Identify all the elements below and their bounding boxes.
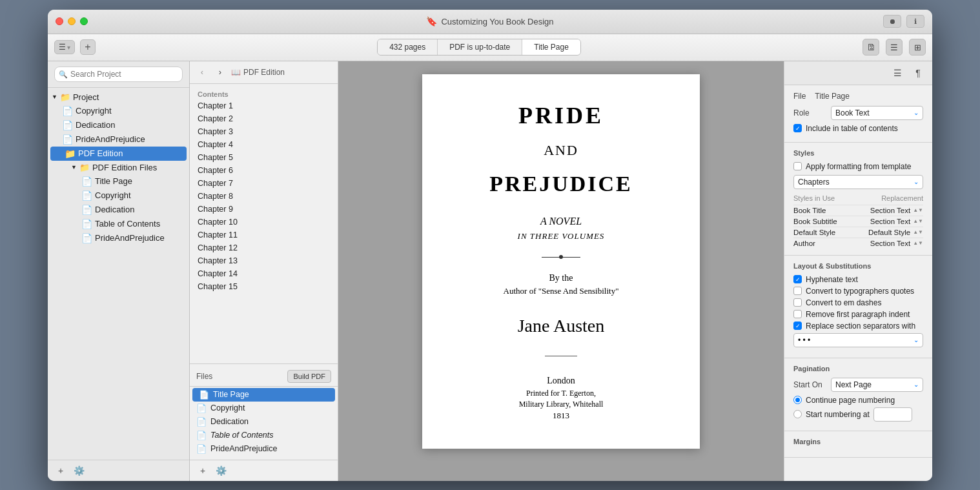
- role-select[interactable]: Book Text ⌄: [831, 106, 923, 120]
- typo-quotes-checkbox[interactable]: [793, 287, 802, 295]
- include-toc-row: ✓ Include in table of contents: [793, 124, 923, 133]
- toc-chapter-14[interactable]: Chapter 14: [190, 267, 338, 280]
- stepper-icon[interactable]: ▲▼: [913, 208, 923, 213]
- section-sep-checkbox[interactable]: ✓: [793, 322, 802, 330]
- template-row: Chapters ⌄: [793, 175, 923, 189]
- file-item-toc[interactable]: 📄 Table of Contents: [190, 429, 338, 442]
- stepper-icon[interactable]: ▲▼: [913, 219, 923, 224]
- add-item-button[interactable]: +: [54, 464, 67, 477]
- sidebar-item-dedication[interactable]: 📄 Dedication: [48, 118, 189, 132]
- search-input[interactable]: [54, 66, 183, 82]
- sidebar-item-copyright[interactable]: 📄 Copyright: [48, 104, 189, 118]
- separator-input-row: • • • ⌄: [793, 333, 923, 347]
- margins-title: Margins: [793, 438, 923, 445]
- em-dashes-checkbox[interactable]: [793, 298, 802, 307]
- sidebar-item-pride-file[interactable]: 📄 PrideAndPrejudice: [48, 231, 189, 245]
- style-name: Book Title: [793, 207, 859, 214]
- main-area: 🔍 ▼ 📁 Project 📄 Copyright 📄 Dedication: [48, 61, 932, 481]
- start-numbering-radio[interactable]: [793, 410, 802, 418]
- stepper-icon[interactable]: ▲▼: [913, 241, 923, 246]
- typo-quotes-label: Convert to typographers quotes: [806, 287, 914, 296]
- build-pdf-button[interactable]: Build PDF: [287, 370, 331, 383]
- search-icon: 🔍: [59, 70, 68, 78]
- include-toc-checkbox[interactable]: ✓: [793, 124, 802, 132]
- nav-forward-button[interactable]: ›: [213, 65, 227, 79]
- sidebar-item-pdf-edition[interactable]: 📁 PDF Edition: [50, 147, 187, 161]
- doc-byline: By the: [489, 273, 633, 283]
- template-select[interactable]: Chapters ⌄: [793, 175, 923, 189]
- sidebar-item-label: Project: [73, 92, 99, 102]
- files-list: 📄 Title Page 📄 Copyright 📄 Dedication 📄 …: [190, 387, 338, 457]
- toc-chapter-12[interactable]: Chapter 12: [190, 241, 338, 254]
- right-panel: ☰ ¶ File Title Page Role Book Text ⌄ ✓: [784, 61, 932, 481]
- toc-chapter-8[interactable]: Chapter 8: [190, 190, 338, 203]
- file-item-dedication[interactable]: 📄 Dedication: [190, 415, 338, 429]
- toc-chapter-11[interactable]: Chapter 11: [190, 229, 338, 241]
- continue-numbering-radio[interactable]: [793, 396, 802, 404]
- add-file-button[interactable]: +: [196, 464, 209, 477]
- typo-quotes-row: Convert to typographers quotes: [793, 287, 923, 296]
- add-document-button[interactable]: +: [80, 39, 96, 55]
- apply-formatting-checkbox[interactable]: [793, 162, 802, 170]
- sidebar-item-toc[interactable]: 📄 Table of Contents: [48, 217, 189, 231]
- nav-back-button[interactable]: ‹: [195, 65, 209, 79]
- right-panel-toolbar: ☰ ¶: [784, 61, 932, 85]
- toc-chapter-7[interactable]: Chapter 7: [190, 177, 338, 190]
- paragraph-icon[interactable]: ¶: [910, 65, 926, 81]
- file-settings-button[interactable]: ⚙️: [214, 464, 227, 477]
- start-on-select[interactable]: Next Page ⌄: [831, 378, 923, 392]
- sidebar-item-project[interactable]: ▼ 📁 Project: [48, 90, 189, 104]
- toc-chapter-1[interactable]: Chapter 1: [190, 99, 338, 112]
- styles-title: Styles: [793, 149, 923, 157]
- info-button[interactable]: ℹ: [906, 15, 924, 28]
- view-grid-icon[interactable]: ⊞: [909, 39, 926, 56]
- file-item-copyright[interactable]: 📄 Copyright: [190, 402, 338, 415]
- close-button[interactable]: [56, 17, 63, 25]
- toc-chapter-2[interactable]: Chapter 2: [190, 112, 338, 125]
- hyphenate-checkbox[interactable]: ✓: [793, 275, 802, 283]
- toc-chapter-3[interactable]: Chapter 3: [190, 125, 338, 138]
- toc-chapter-6[interactable]: Chapter 6: [190, 164, 338, 177]
- styles-in-use-header: Styles in Use: [793, 194, 859, 202]
- sidebar-item-label: PrideAndPrejudice: [95, 233, 165, 243]
- doc-city: London: [489, 376, 633, 386]
- record-button[interactable]: ⏺: [883, 15, 901, 28]
- stepper-icon[interactable]: ▲▼: [913, 230, 923, 235]
- toc-chapter-13[interactable]: Chapter 13: [190, 254, 338, 267]
- file-label: Title Page: [213, 390, 249, 399]
- role-label: Role: [793, 108, 826, 117]
- replacement-header: Replacement: [859, 194, 924, 202]
- separator-input[interactable]: • • • ⌄: [793, 333, 923, 347]
- sidebar-item-copyright-file[interactable]: 📄 Copyright: [48, 189, 189, 203]
- file-info: File Title Page: [793, 92, 923, 101]
- file-item-pride[interactable]: 📄 PrideAndPrejudice: [190, 442, 338, 456]
- sidebar-toggle[interactable]: ☰ ▾: [54, 40, 75, 54]
- separator-value: • • •: [798, 336, 810, 345]
- titlebar: 🔖 Customizing You Book Design ⏺ ℹ: [48, 10, 932, 34]
- file-item-title-page[interactable]: 📄 Title Page: [192, 388, 335, 402]
- doc-icon: 📄: [199, 390, 209, 400]
- doc-title-main: PRIDE: [489, 102, 633, 129]
- sidebar-item-pdf-edition-files[interactable]: ▼ 📁 PDF Edition Files: [48, 161, 189, 174]
- hyphenate-label: Hyphenate text: [806, 275, 858, 284]
- sidebar-item-dedication-file[interactable]: 📄 Dedication: [48, 203, 189, 217]
- files-header: Files Build PDF: [190, 367, 338, 387]
- list-view-icon[interactable]: ☰: [890, 65, 905, 81]
- fullscreen-button[interactable]: [80, 17, 88, 25]
- toc-chapter-4[interactable]: Chapter 4: [190, 138, 338, 151]
- minimize-button[interactable]: [68, 17, 76, 25]
- sidebar-item-title-page[interactable]: 📄 Title Page: [48, 174, 189, 189]
- doc-author-desc: Author of "Sense And Sensibility": [489, 286, 633, 296]
- sidebar-item-prideandprejudice[interactable]: 📄 PrideAndPrejudice: [48, 132, 189, 147]
- doc-printer: Printed for T. Egerton,: [489, 389, 633, 398]
- settings-button[interactable]: ⚙️: [72, 464, 85, 477]
- toc-chapter-5[interactable]: Chapter 5: [190, 151, 338, 164]
- toc-chapter-10[interactable]: Chapter 10: [190, 216, 338, 229]
- first-para-checkbox[interactable]: [793, 310, 802, 318]
- toc-chapter-9[interactable]: Chapter 9: [190, 203, 338, 216]
- toc-chapter-15[interactable]: Chapter 15: [190, 280, 338, 293]
- view-single-icon[interactable]: 🖺: [863, 39, 879, 56]
- view-list-icon[interactable]: ☰: [886, 39, 903, 56]
- numbering-input[interactable]: [873, 407, 912, 422]
- style-name: Author: [793, 240, 859, 247]
